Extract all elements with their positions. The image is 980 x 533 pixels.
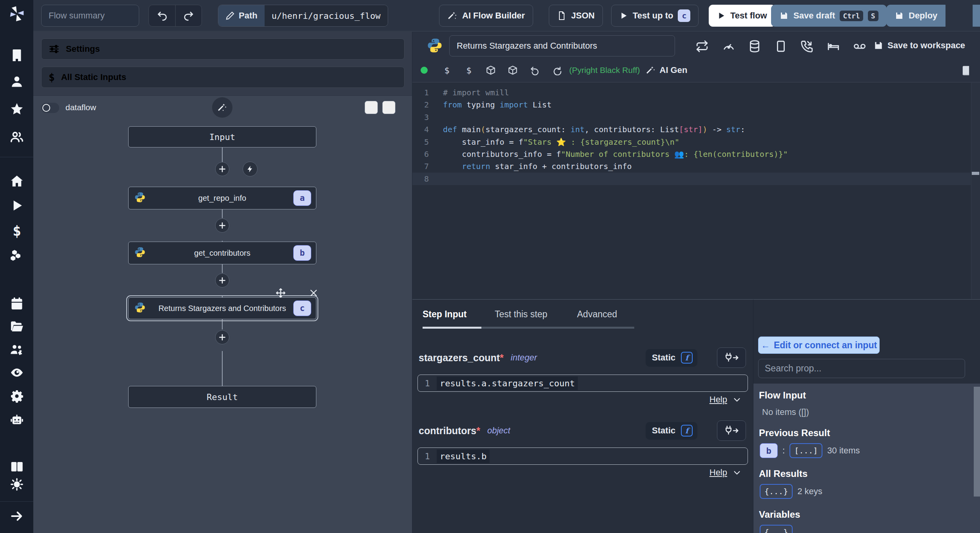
deploy-button[interactable]: Deploy (886, 5, 946, 27)
expr-editor-contributors[interactable]: 1 results.b (417, 448, 748, 465)
performance-gauge-icon[interactable] (722, 40, 735, 53)
code-line[interactable]: 1# import wmill (412, 86, 971, 99)
robot-icon[interactable] (10, 413, 24, 427)
step-node-a[interactable]: get_repo_info a (128, 187, 316, 209)
editor-overview-ruler[interactable] (971, 83, 980, 299)
step-node-c-selected[interactable]: Returns Stargazers and Contributors c (128, 297, 316, 319)
ai-flow-builder-button[interactable]: AI Flow Builder (439, 5, 533, 27)
code-editor[interactable]: 1# import wmill2from typing import List3… (412, 83, 980, 299)
connect-input-plug-button[interactable] (717, 347, 746, 368)
trigger-bolt-button[interactable] (243, 162, 258, 176)
all-static-inputs-button[interactable]: $ All Static Inputs (41, 67, 405, 88)
voicemail-icon[interactable] (853, 40, 866, 53)
function-mode-icon[interactable]: f (681, 425, 693, 437)
package-icon[interactable] (480, 65, 502, 75)
dataflow-toggle[interactable] (41, 103, 59, 113)
theme-sun-icon[interactable] (10, 477, 24, 491)
path-value[interactable]: u/henri/gracious_flow (265, 5, 388, 26)
object-expand-badge[interactable]: {...} (760, 484, 793, 499)
move-node-handle[interactable] (276, 288, 286, 300)
windmill-logo[interactable] (8, 5, 26, 26)
insert-step-button[interactable] (215, 273, 229, 287)
workspace-building-icon[interactable] (10, 48, 24, 62)
docs-books-icon[interactable] (10, 460, 24, 474)
concurrency-repeat-icon[interactable] (695, 40, 709, 53)
insert-step-button[interactable] (215, 330, 229, 344)
ai-gen-button[interactable]: AI Gen (646, 65, 688, 75)
help-link[interactable]: Help (710, 395, 741, 405)
code-line[interactable]: 2from typing import List (412, 98, 971, 111)
variables-dollar-icon[interactable]: $ (10, 223, 24, 237)
test-flow-button[interactable]: Test flow (709, 5, 775, 27)
flow-canvas[interactable]: dataflow + − Input get_repo_info (33, 95, 412, 533)
static-mode-toggle[interactable]: Static f (646, 349, 697, 367)
path-label: Path (239, 11, 258, 21)
code-line[interactable]: 5 star_info = f"Stars ⭐ : {stargazers_co… (412, 136, 971, 148)
flow-settings-button[interactable]: Settings (41, 38, 405, 60)
input-node[interactable]: Input (128, 126, 316, 147)
groups-users-gear-icon[interactable] (10, 343, 24, 357)
cache-database-icon[interactable] (748, 40, 761, 53)
vars-dollar-icon[interactable]: $ (436, 65, 458, 75)
settings-gear-icon[interactable] (10, 389, 24, 403)
folders-icon[interactable] (10, 320, 24, 334)
step-b-badge[interactable]: b (760, 443, 778, 458)
phone-incoming-icon[interactable] (800, 40, 814, 53)
library-book-icon[interactable] (960, 65, 971, 78)
resources-boxes-icon[interactable] (10, 248, 24, 262)
static-mode-toggle[interactable]: Static f (646, 422, 697, 440)
ai-wand-button[interactable] (212, 97, 233, 118)
deploy-label: Deploy (909, 11, 937, 21)
object-expand-badge[interactable]: {...} (760, 525, 793, 533)
step-title-input[interactable] (449, 35, 675, 56)
runs-play-icon[interactable] (10, 198, 24, 213)
step-node-b[interactable]: get_contributors b (128, 242, 316, 264)
insert-step-button[interactable] (215, 162, 229, 176)
zoom-in-button[interactable]: + (365, 101, 378, 114)
help-link[interactable]: Help (710, 468, 741, 478)
package-icon[interactable] (502, 65, 524, 75)
audit-eye-icon[interactable] (10, 366, 24, 380)
redo-icon[interactable] (175, 5, 201, 26)
resources-dollar-icon[interactable]: $ (458, 65, 480, 75)
schedules-calendar-icon[interactable] (10, 297, 24, 311)
code-line[interactable]: 8 (412, 173, 971, 185)
home-icon[interactable] (10, 174, 24, 188)
flow-summary-input[interactable] (41, 5, 139, 27)
users-icon[interactable] (10, 130, 24, 144)
smartphone-icon[interactable] (774, 40, 788, 53)
tab-advanced[interactable]: Advanced (577, 309, 617, 320)
user-icon[interactable] (10, 75, 24, 89)
function-mode-icon[interactable]: f (681, 352, 693, 364)
result-node[interactable]: Result (128, 386, 316, 408)
code-line[interactable]: 4def main(stargazers_count: int, contrib… (412, 123, 971, 136)
static-label: Static (652, 353, 675, 363)
test-up-to-button[interactable]: Test up to c (611, 5, 699, 27)
reload-icon[interactable] (546, 65, 568, 75)
code-line[interactable]: 6 contributors_info = f"Number of contri… (412, 148, 971, 160)
undo-icon[interactable] (149, 5, 175, 26)
expr-editor-stargazers[interactable]: 1 results.a.stargazers_count (417, 375, 748, 392)
path-group[interactable]: Path u/henri/gracious_flow (218, 5, 388, 27)
reset-undo-icon[interactable] (524, 65, 546, 75)
tab-step-input[interactable]: Step Input (423, 309, 466, 320)
search-prop-input[interactable] (758, 359, 965, 378)
code-line[interactable]: 3 (412, 111, 971, 124)
tab-test-this-step[interactable]: Test this step (495, 309, 547, 320)
collapse-arrow-right-icon[interactable] (10, 509, 24, 523)
bed-icon[interactable] (827, 40, 840, 53)
insert-step-button[interactable] (215, 218, 229, 233)
save-to-workspace-button[interactable]: Save to workspace (873, 40, 965, 51)
scrollbar-thumb[interactable] (974, 387, 980, 497)
assistant-status-label[interactable]: (Pyright Black Ruff) (569, 65, 640, 75)
code-line[interactable]: 7 return star_info + contributors_info (412, 160, 971, 173)
edit-or-connect-button[interactable]: ← Edit or connect an input (758, 337, 880, 354)
array-expand-badge[interactable]: [...] (789, 443, 822, 458)
save-draft-button[interactable]: Save draft Ctrl S (771, 5, 887, 27)
deploy-menu-caret-button[interactable] (973, 5, 980, 27)
delete-node-icon[interactable] (309, 288, 318, 299)
connect-input-plug-button[interactable] (717, 420, 746, 441)
zoom-out-button[interactable]: − (382, 101, 396, 114)
star-icon[interactable] (10, 102, 24, 116)
json-button[interactable]: JSON (549, 5, 603, 27)
